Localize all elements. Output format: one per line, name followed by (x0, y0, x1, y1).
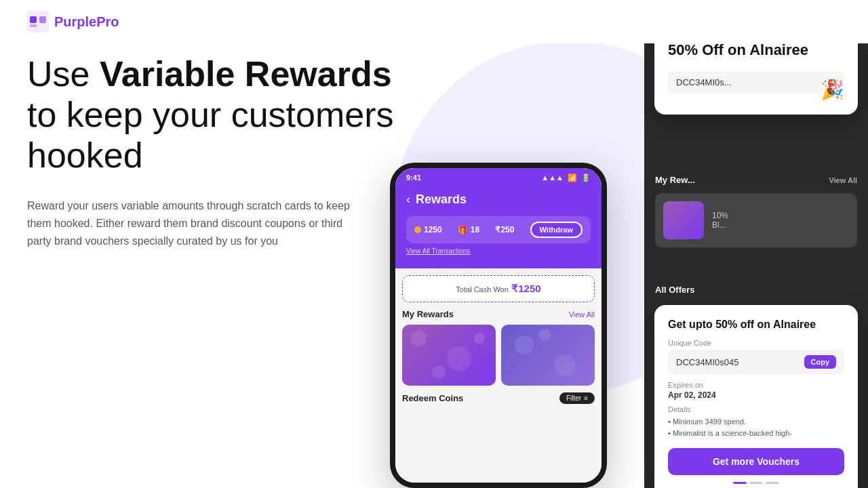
confetti-icon: 🎉 (821, 79, 844, 101)
filter-button[interactable]: Filter ≡ (559, 392, 595, 404)
svg-point-7 (432, 365, 446, 379)
reward-card-1-art (402, 325, 496, 386)
reward-card-2-art (501, 325, 595, 386)
logo-icon (27, 11, 49, 33)
svg-point-4 (410, 330, 427, 346)
logo-text: PurplePro (54, 14, 119, 30)
right-my-rewards: My Rew... View All 10%Bl... (644, 169, 868, 250)
svg-point-6 (474, 333, 485, 344)
gifts-stat: 🎁 18 (458, 225, 479, 235)
coupon-code-row: DCC34MI0s... ⧉ (668, 71, 844, 94)
phone-stats-row: 1250 🎁 18 ₹250 Withdraw (406, 216, 591, 243)
phone-mockup: 9:41 ▲▲▲ 📶 🔋 ‹ Rewards 1250 🎁 18 (390, 163, 607, 488)
offer-code: DCC34MI0s045 (676, 357, 739, 367)
right-reward-card: 10%Bl... (655, 193, 857, 247)
phone-status-bar: 9:41 ▲▲▲ 📶 🔋 (395, 168, 601, 187)
all-offers-section: All Offers (644, 285, 868, 302)
copy-button[interactable]: Copy (804, 355, 837, 369)
cash-won-box: Total Cash Won ₹1250 (402, 275, 595, 302)
details-label: Details (668, 405, 844, 413)
phone-screen: 9:41 ▲▲▲ 📶 🔋 ‹ Rewards 1250 🎁 18 (395, 168, 601, 483)
offer-card: Get upto 50% off on Alnairee Unique Code… (654, 305, 858, 488)
svg-point-10 (538, 329, 551, 341)
phone-header-row: ‹ Rewards (406, 192, 591, 207)
phone-body: Total Cash Won ₹1250 My Rewards View All (395, 268, 601, 415)
phone-header: ‹ Rewards 1250 🎁 18 ₹250 Withdraw View A… (395, 187, 601, 268)
right-reward-art (663, 201, 704, 239)
rewards-grid (402, 325, 595, 386)
subtext: Reward your users variable amounts throu… (27, 197, 359, 249)
expires-label: Expires on (668, 381, 844, 389)
svg-point-5 (447, 346, 471, 371)
right-reward-text: 10%Bl... (712, 211, 728, 230)
scroll-dot-1 (733, 482, 747, 484)
back-arrow-icon[interactable]: ‹ (406, 192, 410, 207)
coupon-code: DCC34MI0s... (676, 77, 732, 87)
coupon-title: 50% Off on Alnairee (668, 41, 844, 60)
svg-rect-1 (30, 16, 37, 23)
details-list: • Minimum 3499 spend. • Minimalist is a … (668, 416, 844, 439)
reward-card-1[interactable] (402, 325, 496, 386)
all-offers-title: All Offers (655, 285, 857, 295)
svg-rect-2 (39, 16, 46, 23)
left-content: Use Variable Rewards to keep your custom… (27, 54, 407, 249)
offer-card-title: Get upto 50% off on Alnairee (668, 319, 844, 331)
reward-card-2[interactable] (501, 325, 595, 386)
headline: Use Variable Rewards to keep your custom… (27, 54, 407, 176)
svg-point-8 (515, 336, 534, 354)
coins-stat: 1250 (414, 225, 442, 235)
unique-code-label: Unique Code (668, 339, 844, 347)
my-rewards-header: My Rewards View All (402, 309, 595, 319)
get-vouchers-button[interactable]: Get more Vouchers (668, 448, 844, 475)
gift-icon: 🎁 (458, 225, 468, 235)
scroll-dot-3 (766, 482, 779, 484)
rupees-stat: ₹250 (495, 225, 514, 235)
view-all-transactions-link[interactable]: View All Transactions (406, 247, 591, 255)
expires-date: Apr 02, 2024 (668, 390, 844, 400)
scroll-indicator (668, 482, 844, 484)
redeem-row: Redeem Coins Filter ≡ (402, 392, 595, 404)
withdraw-button[interactable]: Withdraw (530, 222, 583, 238)
scroll-dot-2 (749, 482, 763, 484)
coin-icon (414, 226, 421, 233)
logo: PurplePro (27, 11, 119, 33)
status-icons: ▲▲▲ 📶 🔋 (541, 174, 591, 182)
svg-rect-3 (30, 24, 37, 27)
right-my-rewards-header: My Rew... View All (644, 169, 868, 190)
right-panel: 1250 🔋 18 250 50% Off on Alnairee DCC34M… (644, 0, 868, 488)
offer-code-row: DCC34MI0s045 Copy (668, 350, 844, 374)
header: PurplePro (0, 0, 868, 43)
svg-point-9 (554, 354, 576, 376)
